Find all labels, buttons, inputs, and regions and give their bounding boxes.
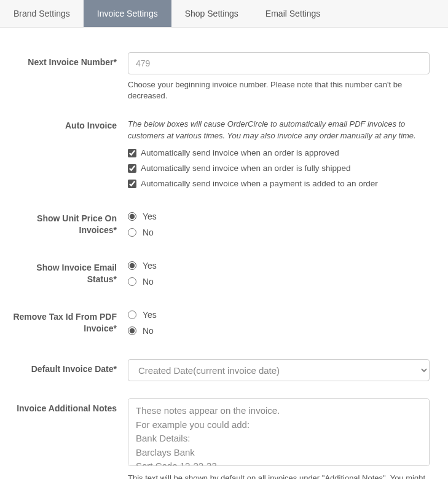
checkbox-input-shipped[interactable] bbox=[128, 164, 136, 173]
email-status-yes[interactable]: Yes bbox=[128, 261, 430, 271]
tab-brand-settings[interactable]: Brand Settings bbox=[0, 0, 84, 27]
notes-textarea[interactable] bbox=[128, 398, 430, 466]
checkbox-send-on-payment[interactable]: Automatically send invoice when a paymen… bbox=[128, 179, 430, 188]
notes-label: Invoice Additional Notes bbox=[6, 398, 128, 479]
radio-label-yes: Yes bbox=[143, 261, 157, 271]
tab-invoice-settings[interactable]: Invoice Settings bbox=[84, 0, 171, 27]
checkbox-label-approved: Automatically send invoice when an order… bbox=[141, 148, 339, 157]
default-date-select[interactable]: Created Date(current invoice date) bbox=[128, 359, 430, 381]
auto-invoice-intro: The below boxes will cause OrderCircle t… bbox=[128, 119, 430, 142]
notes-help: This text will be shown by default on al… bbox=[128, 473, 430, 479]
checkbox-input-payment[interactable] bbox=[128, 180, 136, 188]
remove-tax-label: Remove Tax Id From PDF Invoice* bbox=[6, 310, 128, 342]
tab-email-settings[interactable]: Email Settings bbox=[252, 0, 334, 27]
default-date-label: Default Invoice Date* bbox=[6, 359, 128, 381]
remove-tax-no[interactable]: No bbox=[128, 326, 430, 336]
radio-unit-price-no[interactable] bbox=[128, 228, 136, 237]
unit-price-label: Show Unit Price On Invoices* bbox=[6, 212, 128, 243]
unit-price-no[interactable]: No bbox=[128, 228, 430, 237]
checkbox-label-payment: Automatically send invoice when a paymen… bbox=[141, 179, 378, 188]
checkbox-input-approved[interactable] bbox=[128, 149, 136, 157]
next-invoice-label: Next Invoice Number* bbox=[6, 52, 128, 101]
tabs-bar: Brand Settings Invoice Settings Shop Set… bbox=[0, 0, 448, 28]
auto-invoice-label: Auto Invoice bbox=[6, 119, 128, 194]
checkbox-send-on-shipped[interactable]: Automatically send invoice when an order… bbox=[128, 164, 430, 173]
radio-remove-tax-yes[interactable] bbox=[128, 311, 136, 319]
radio-unit-price-yes[interactable] bbox=[128, 212, 136, 221]
invoice-settings-form: Next Invoice Number* Choose your beginni… bbox=[0, 28, 448, 479]
radio-email-status-no[interactable] bbox=[128, 277, 136, 286]
tab-shop-settings[interactable]: Shop Settings bbox=[171, 0, 252, 27]
checkbox-send-on-approved[interactable]: Automatically send invoice when an order… bbox=[128, 148, 430, 157]
radio-label-no: No bbox=[143, 228, 154, 237]
email-status-label: Show Invoice Email Status* bbox=[6, 261, 128, 293]
radio-remove-tax-no[interactable] bbox=[128, 327, 136, 335]
checkbox-label-shipped: Automatically send invoice when an order… bbox=[141, 164, 350, 173]
unit-price-yes[interactable]: Yes bbox=[128, 212, 430, 221]
next-invoice-help: Choose your beginning invoice number. Pl… bbox=[128, 79, 430, 101]
remove-tax-yes[interactable]: Yes bbox=[128, 310, 430, 320]
next-invoice-input[interactable] bbox=[128, 52, 430, 74]
radio-email-status-yes[interactable] bbox=[128, 261, 136, 270]
radio-label-no: No bbox=[143, 326, 154, 336]
radio-label-yes: Yes bbox=[143, 212, 157, 221]
radio-label-yes: Yes bbox=[143, 310, 157, 320]
email-status-no[interactable]: No bbox=[128, 277, 430, 287]
radio-label-no: No bbox=[143, 277, 154, 287]
